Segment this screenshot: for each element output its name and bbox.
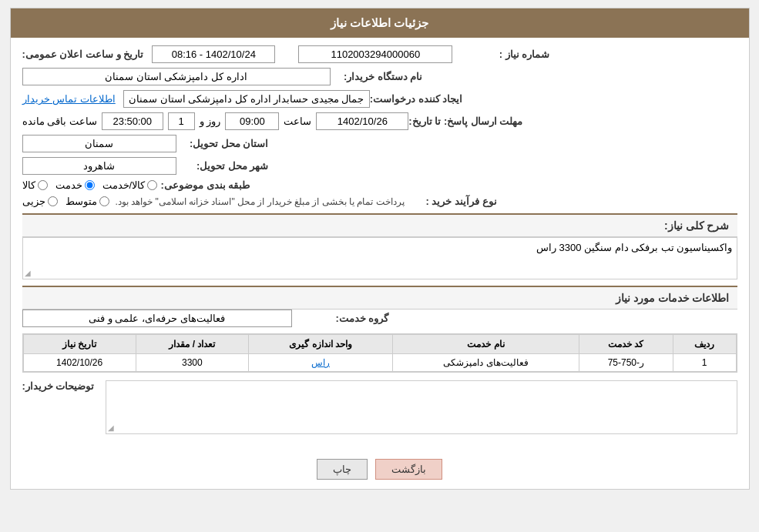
row-nove-farayand: نوع فرآیند خرید : پرداخت تمام یا بخشی از… bbox=[22, 196, 737, 207]
tarikh-saat-label: تاریخ و ساعت اعلان عمومی: bbox=[22, 49, 144, 60]
radio-kala-khadamat[interactable]: کالا/خدمت bbox=[102, 179, 158, 191]
mohlat-saat-label: ساعت bbox=[284, 115, 311, 127]
tabaqe-radio-group: کالا/خدمت خدمت کالا bbox=[22, 179, 158, 191]
mohlat-roz: 1 bbox=[168, 112, 195, 130]
radio-jozi[interactable]: جزیی bbox=[22, 196, 58, 207]
services-table-container: ردیف کد خدمت نام خدمت واحد اندازه گیری ت… bbox=[22, 333, 737, 373]
shahr-label: شهر محل تحویل: bbox=[176, 160, 269, 172]
row-nam-dastgah: نام دستگاه خریدار: اداره کل دامپزشکی است… bbox=[22, 68, 737, 85]
radio-khadamat[interactable]: خدمت bbox=[55, 179, 95, 191]
sharh-section: شرح کلی نیاز: ◢ واکسیناسیون تب برفکی دام… bbox=[22, 213, 737, 279]
col-kod: کد خدمت bbox=[579, 335, 673, 354]
mohlat-label: مهلت ارسال پاسخ: تا تاریخ: bbox=[408, 115, 522, 127]
row-shomare: شماره نیاز : 1102003294000060 1402/10/24… bbox=[22, 45, 737, 63]
col-tedad: تعداد / مقدار bbox=[136, 335, 248, 354]
mohlat-saat: 09:00 bbox=[225, 112, 279, 130]
goroh-value: فعالیت‌های حرفه‌ای، علمی و فنی bbox=[22, 309, 292, 327]
shahr-value: شاهرود bbox=[22, 157, 176, 175]
col-radif: ردیف bbox=[673, 335, 736, 354]
description-box: ◢ bbox=[106, 380, 737, 434]
section-header: جزئیات اطلاعات نیاز bbox=[11, 8, 749, 38]
sharh-value: واکسیناسیون تب برفکی دام سنگین 3300 راس bbox=[27, 242, 733, 253]
row-shahr: شهر محل تحویل: شاهرود bbox=[22, 157, 737, 175]
ostan-value: سمنان bbox=[22, 135, 176, 152]
ostan-label: استان محل تحویل: bbox=[176, 138, 269, 149]
goroh-label: گروه خدمت: bbox=[297, 313, 389, 324]
ijad-konande-value: جمال مجیدی حسابدار اداره کل دامپزشکی است… bbox=[123, 90, 370, 108]
nove-farayand-label: نوع فرآیند خرید : bbox=[405, 196, 497, 207]
col-tarikh: تاریخ نیاز bbox=[23, 335, 136, 354]
content-area: شماره نیاز : 1102003294000060 1402/10/24… bbox=[11, 38, 749, 489]
services-table: ردیف کد خدمت نام خدمت واحد اندازه گیری ت… bbox=[23, 334, 737, 372]
row-mohlat: مهلت ارسال پاسخ: تا تاریخ: 1402/10/26 سا… bbox=[22, 112, 737, 130]
row-tabaqe: طبقه بندی موضوعی: کالا/خدمت خدمت کالا bbox=[22, 179, 737, 191]
tabaqe-label: طبقه بندی موضوعی: bbox=[157, 179, 250, 191]
radio-kala[interactable]: کالا bbox=[22, 179, 48, 191]
tarikh-saat-value: 1402/10/24 - 08:16 bbox=[152, 45, 275, 63]
radio-motovasset[interactable]: متوسط bbox=[65, 196, 109, 207]
header-title: جزئیات اطلاعات نیاز bbox=[331, 16, 428, 29]
nove-note: پرداخت تمام یا بخشی از مبلغ خریدار از مح… bbox=[116, 196, 405, 207]
col-nam: نام خدمت bbox=[393, 335, 579, 354]
mohlat-roz-label: روز و bbox=[200, 115, 221, 127]
shomare-value: 1102003294000060 bbox=[298, 45, 452, 63]
main-container: جزئیات اطلاعات نیاز شماره نیاز : 1102003… bbox=[10, 8, 750, 490]
table-row: 1ر-750-75فعالیت‌های دامپزشکیراس33001402/… bbox=[23, 354, 736, 372]
row-goroh: گروه خدمت: فعالیت‌های حرفه‌ای، علمی و فن… bbox=[22, 309, 737, 327]
row-ostan: استان محل تحویل: سمنان bbox=[22, 135, 737, 152]
ijad-konande-label: ایجاد کننده درخواست: bbox=[370, 93, 463, 105]
khadamat-header: اطلاعات خدمات مورد نیاز bbox=[22, 286, 737, 309]
description-label: توضیحات خریدار: bbox=[22, 380, 95, 392]
mohlat-date: 1402/10/26 bbox=[316, 112, 408, 130]
shomare-label: شماره نیاز : bbox=[457, 49, 549, 60]
mohlat-baqi-label: ساعت باقی مانده bbox=[22, 115, 97, 127]
col-vahed: واحد اندازه گیری bbox=[248, 335, 392, 354]
print-button[interactable]: چاپ bbox=[317, 459, 368, 480]
nam-dastgah-label: نام دستگاه خریدار: bbox=[331, 71, 423, 82]
back-button[interactable]: بازگشت bbox=[375, 459, 442, 480]
row-ijad-konande: ایجاد کننده درخواست: جمال مجیدی حسابدار … bbox=[22, 90, 737, 108]
ettelaat-tamas-link[interactable]: اطلاعات تماس خریدار bbox=[22, 93, 116, 105]
buttons-row: بازگشت چاپ bbox=[11, 450, 749, 489]
mohlat-time2: 23:50:00 bbox=[102, 112, 163, 130]
nove-radio-group: متوسط جزیی bbox=[22, 196, 109, 207]
sharh-header: شرح کلی نیاز: bbox=[22, 213, 737, 237]
nam-dastgah-value: اداره کل دامپزشکی استان سمنان bbox=[22, 68, 331, 85]
description-section: ◢ توضیحات خریدار: bbox=[22, 380, 737, 434]
